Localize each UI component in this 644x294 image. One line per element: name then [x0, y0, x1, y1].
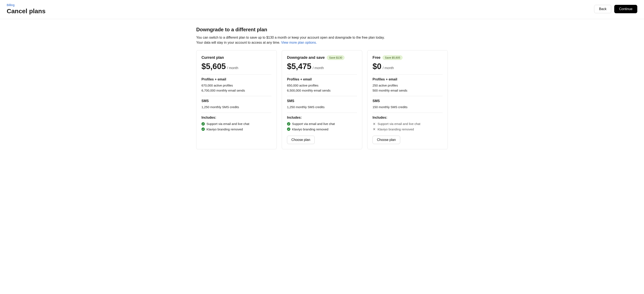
x-icon: [372, 122, 376, 125]
section-description: You can switch to a different plan to sa…: [196, 35, 385, 45]
savings-badge: Save $5,605: [382, 55, 402, 60]
plan-title: Current plan: [202, 55, 224, 60]
feature-item: Support via email and live chat: [372, 121, 442, 127]
check-circle-icon: [202, 122, 205, 125]
header-left: Billing Cancel plans: [7, 3, 46, 15]
includes-group: Includes:Support via email and live chat…: [372, 116, 442, 132]
plan-header: Current plan: [202, 55, 272, 60]
per-month-label: / month: [382, 66, 394, 70]
plan-price: $5,475: [287, 62, 311, 71]
plan-card: FreeSave $5,605$0/ monthProfiles + email…: [367, 50, 448, 149]
price-row: $0/ month: [372, 62, 442, 75]
includes-group: Includes:Support via email and live chat…: [202, 116, 272, 132]
sms-group: SMS150 monthly SMS credits: [372, 99, 442, 113]
choose-plan-button[interactable]: Choose plan: [287, 136, 315, 144]
plan-title: Free: [372, 55, 380, 60]
profiles-email-group: Profiles + email670,000 active profiles6…: [202, 77, 272, 96]
profiles-email-group: Profiles + email250 active profiles500 m…: [372, 77, 442, 96]
back-button[interactable]: Back: [594, 5, 611, 13]
email-sends: 500 monthly email sends: [372, 88, 442, 93]
top-bar: Billing Cancel plans Back Continue: [0, 0, 644, 19]
profiles-email-group: Profiles + email650,000 active profiles6…: [287, 77, 357, 96]
feature-item: Klaviyo branding removed: [372, 127, 442, 132]
email-sends: 6,500,000 monthly email sends: [287, 88, 357, 93]
profiles-email-heading: Profiles + email: [202, 77, 272, 81]
sms-credits: 150 monthly SMS credits: [372, 105, 442, 110]
includes-group: Includes:Support via email and live chat…: [287, 116, 357, 132]
check-circle-icon: [287, 122, 290, 125]
main-content: Downgrade to a different plan You can sw…: [192, 19, 452, 157]
feature-text: Support via email and live chat: [378, 121, 420, 127]
feature-item: Klaviyo branding removed: [202, 127, 272, 132]
plan-header: FreeSave $5,605: [372, 55, 442, 60]
sms-heading: SMS: [202, 99, 272, 103]
sms-heading: SMS: [287, 99, 357, 103]
active-profiles: 650,000 active profiles: [287, 83, 357, 88]
profiles-email-heading: Profiles + email: [372, 77, 442, 81]
per-month-label: / month: [227, 66, 238, 70]
check-circle-icon: [202, 127, 205, 131]
sms-credits: 1,250 monthly SMS credits: [287, 105, 357, 110]
section-title: Downgrade to a different plan: [196, 27, 448, 33]
plan-cards: Current plan$5,605/ monthProfiles + emai…: [196, 50, 448, 149]
plan-card: Downgrade and saveSave $130$5,475/ month…: [282, 50, 362, 149]
sms-group: SMS1,250 monthly SMS credits: [287, 99, 357, 113]
header-actions: Back Continue: [594, 5, 637, 13]
email-sends: 6,700,000 monthly email sends: [202, 88, 272, 93]
continue-button[interactable]: Continue: [614, 5, 637, 13]
feature-text: Klaviyo branding removed: [378, 127, 414, 132]
plan-price: $0: [372, 62, 381, 71]
x-icon: [372, 127, 376, 131]
view-more-plans-link[interactable]: View more plan options.: [281, 41, 317, 44]
page-title: Cancel plans: [7, 8, 46, 15]
feature-text: Support via email and live chat: [292, 121, 335, 127]
feature-item: Klaviyo branding removed: [287, 127, 357, 132]
breadcrumb[interactable]: Billing: [7, 3, 46, 7]
price-row: $5,605/ month: [202, 62, 272, 75]
includes-heading: Includes:: [202, 116, 272, 119]
sms-heading: SMS: [372, 99, 442, 103]
active-profiles: 670,000 active profiles: [202, 83, 272, 88]
plan-header: Downgrade and saveSave $130: [287, 55, 357, 60]
plan-title: Downgrade and save: [287, 55, 325, 60]
includes-heading: Includes:: [372, 116, 442, 119]
plan-price: $5,605: [202, 62, 226, 71]
active-profiles: 250 active profiles: [372, 83, 442, 88]
choose-plan-button[interactable]: Choose plan: [372, 136, 400, 144]
feature-item: Support via email and live chat: [202, 121, 272, 127]
includes-heading: Includes:: [287, 116, 357, 119]
feature-text: Klaviyo branding removed: [292, 127, 328, 132]
per-month-label: / month: [312, 66, 324, 70]
feature-text: Klaviyo branding removed: [206, 127, 243, 132]
feature-item: Support via email and live chat: [287, 121, 357, 127]
savings-badge: Save $130: [327, 55, 344, 60]
feature-text: Support via email and live chat: [206, 121, 249, 127]
sms-group: SMS1,250 monthly SMS credits: [202, 99, 272, 113]
plan-card: Current plan$5,605/ monthProfiles + emai…: [196, 50, 277, 149]
sms-credits: 1,250 monthly SMS credits: [202, 105, 272, 110]
profiles-email-heading: Profiles + email: [287, 77, 357, 81]
check-circle-icon: [287, 127, 290, 131]
price-row: $5,475/ month: [287, 62, 357, 75]
